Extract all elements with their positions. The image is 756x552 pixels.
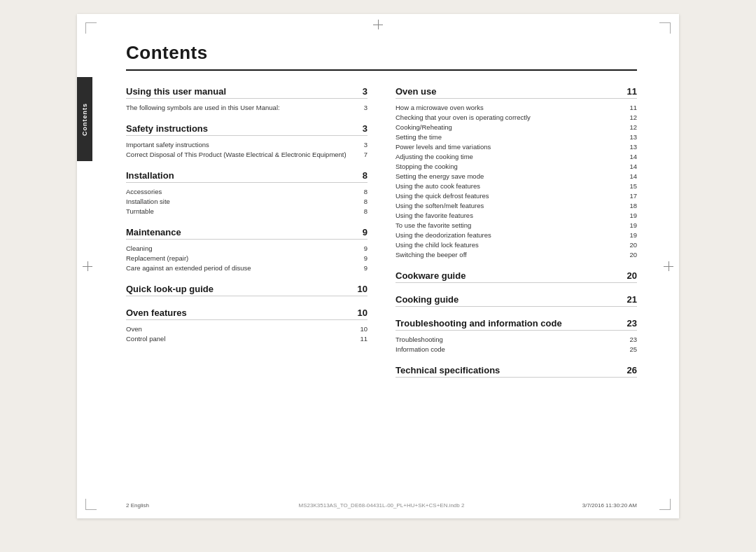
section-title: Cookware guide	[396, 270, 465, 281]
toc-entry-page: 8	[356, 188, 368, 195]
toc-entry-label: Using the child lock features	[396, 241, 626, 249]
side-tab: Contents	[77, 77, 92, 161]
section-header: Using this user manual3	[126, 86, 368, 99]
section-header: Cookware guide20	[396, 270, 637, 283]
toc-entry-label: Cleaning	[126, 244, 356, 252]
section-header: Troubleshooting and information code23	[396, 318, 637, 331]
reg-mark-left	[83, 261, 92, 271]
footer-date: 3/7/2016 11:30:20 AM	[582, 502, 637, 509]
toc-entry-page: 20	[626, 251, 637, 258]
section-header: Technical specifications26	[396, 365, 637, 378]
toc-entry-label: Using the deodorization features	[396, 231, 626, 239]
toc-columns: Using this user manual3The following sym…	[126, 86, 637, 381]
toc-entry-page: 18	[626, 202, 637, 209]
section-page-number: 21	[627, 294, 637, 305]
toc-entry: Turntable8	[126, 206, 368, 216]
toc-entry: How a microwave oven works11	[396, 102, 637, 112]
toc-entry: Setting the energy save mode14	[396, 171, 637, 181]
section-title: Oven use	[396, 86, 437, 97]
toc-entry-label: Using the quick defrost features	[396, 192, 626, 200]
toc-entry: Using the soften/melt features18	[396, 200, 637, 210]
section-title: Quick look-up guide	[126, 284, 214, 294]
section-page-number: 10	[358, 308, 368, 318]
toc-entry: Adjusting the cooking time14	[396, 151, 637, 161]
corner-mark-tr	[659, 22, 671, 34]
left-column: Using this user manual3The following sym…	[126, 86, 368, 381]
section-header: Maintenance9	[126, 227, 368, 240]
toc-entry-page: 12	[626, 123, 637, 131]
section-page-number: 3	[363, 86, 368, 97]
toc-entry: Troubleshooting23	[396, 334, 637, 344]
title-rule	[126, 69, 637, 71]
toc-entry-page: 3	[356, 104, 368, 111]
toc-entry-label: Using the auto cook features	[396, 182, 626, 190]
section-page-number: 10	[358, 284, 368, 294]
toc-entry-label: Setting the time	[396, 133, 626, 141]
toc-entry-label: Power levels and time variations	[396, 143, 626, 151]
toc-entry-label: Setting the energy save mode	[396, 172, 626, 180]
toc-entry-label: Replacement (repair)	[126, 254, 356, 262]
toc-entry-label: Important safety instructions	[126, 141, 356, 149]
toc-entry-page: 13	[626, 143, 637, 151]
toc-entry-page: 23	[626, 336, 637, 343]
toc-entry: Using the deodorization features19	[396, 230, 637, 240]
toc-entry: Using the auto cook features15	[396, 181, 637, 191]
section-page-number: 23	[627, 318, 637, 329]
section-title: Maintenance	[126, 227, 181, 237]
toc-entry: Stopping the cooking14	[396, 161, 637, 171]
toc-entry-label: Using the favorite features	[396, 212, 626, 219]
toc-entry-label: Cooking/Reheating	[396, 123, 626, 131]
section-page-number: 26	[627, 365, 637, 375]
section-page-number: 11	[627, 86, 637, 97]
toc-entry: Replacement (repair)9	[126, 253, 368, 263]
toc-entry: Installation site8	[126, 196, 368, 206]
corner-mark-tl	[85, 22, 97, 34]
toc-entry-page: 11	[356, 335, 368, 343]
toc-entry-page: 14	[626, 172, 637, 180]
section-title: Safety instructions	[126, 123, 208, 134]
toc-entry-label: Stopping the cooking	[396, 163, 626, 170]
toc-entry-label: Correct Disposal of This Product (Waste …	[126, 151, 356, 158]
section-title: Installation	[126, 170, 174, 181]
toc-entry-label: Control panel	[126, 335, 356, 343]
section-header: Oven use11	[396, 86, 637, 99]
corner-mark-br	[659, 499, 671, 510]
toc-entry-page: 14	[626, 163, 637, 170]
toc-entry-page: 3	[356, 141, 368, 149]
toc-entry: Power levels and time variations13	[396, 142, 637, 151]
toc-entry: Oven10	[126, 324, 368, 333]
toc-entry: Control panel11	[126, 333, 368, 343]
toc-entry-label: Turntable	[126, 207, 356, 215]
section-page-number: 20	[627, 270, 637, 281]
toc-entry: Using the favorite features19	[396, 210, 637, 220]
toc-entry: Information code25	[396, 344, 637, 354]
toc-entry-page: 11	[626, 104, 637, 111]
toc-entry-page: 15	[626, 182, 637, 190]
toc-entry: Checking that your oven is operating cor…	[396, 112, 637, 122]
section-header: Oven features10	[126, 308, 368, 320]
section-title: Troubleshooting and information code	[396, 318, 562, 329]
toc-entry-label: Care against an extended period of disus…	[126, 264, 356, 272]
toc-entry-page: 7	[356, 151, 368, 158]
toc-entry: Using the quick defrost features17	[396, 191, 637, 200]
toc-entry-page: 10	[356, 325, 368, 333]
toc-entry-label: Installation site	[126, 198, 356, 205]
toc-entry-page: 9	[356, 254, 368, 262]
toc-entry: Accessories8	[126, 186, 368, 196]
toc-entry: To use the favorite setting19	[396, 220, 637, 230]
toc-entry-label: Accessories	[126, 188, 356, 195]
toc-entry-label: Checking that your oven is operating cor…	[396, 113, 626, 121]
toc-entry: Switching the beeper off20	[396, 249, 637, 259]
toc-entry-page: 9	[356, 244, 368, 252]
footer-page-label: 2 English	[126, 502, 149, 509]
toc-entry: Setting the time13	[396, 132, 637, 142]
section-header: Cooking guide21	[396, 294, 637, 307]
toc-entry-page: 19	[626, 212, 637, 219]
toc-entry-page: 14	[626, 153, 637, 160]
toc-entry-page: 12	[626, 113, 637, 121]
toc-entry-page: 20	[626, 241, 637, 249]
section-header: Quick look-up guide10	[126, 284, 368, 296]
page: Contents Contents Using this user manual…	[77, 14, 679, 518]
toc-entry: Important safety instructions3	[126, 139, 368, 149]
toc-entry-label: Adjusting the cooking time	[396, 153, 626, 160]
